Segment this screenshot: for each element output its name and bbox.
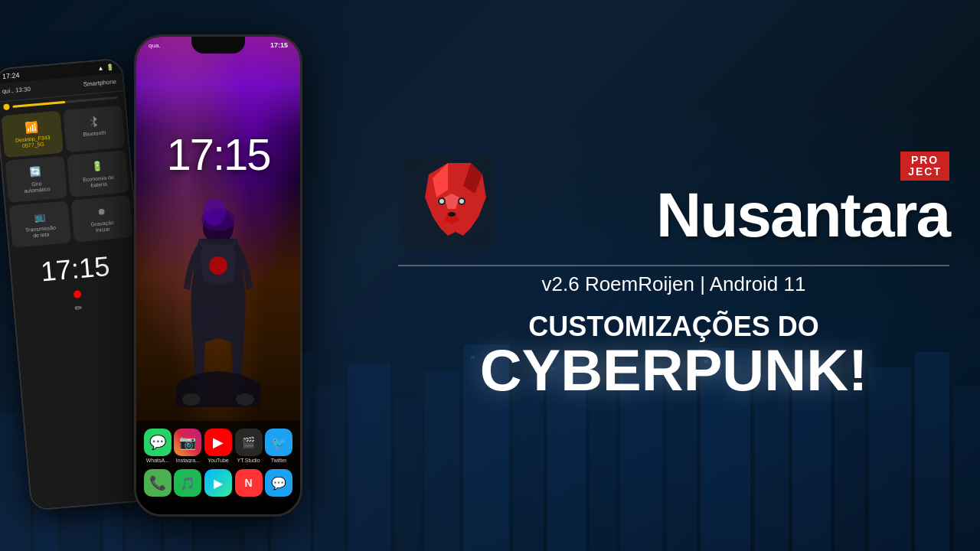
- nusantara-app-icon: N: [235, 469, 263, 497]
- youtube-label: YouTube: [207, 458, 229, 463]
- cyberpunk-label: CYBERPUNK!: [398, 341, 949, 399]
- notif-wifi-icon: ▲: [97, 64, 104, 72]
- yts-glyph: 🎬: [242, 436, 255, 448]
- nusantara-title: Nusantara: [656, 184, 949, 246]
- spotify-icon: 🎵: [174, 469, 201, 497]
- phone-glyph: 📞: [149, 474, 166, 491]
- brand-section: PRO JECT Nusantara v2.6 RoemRoijen | And…: [383, 0, 980, 551]
- project-badge: PRO JECT: [900, 152, 949, 181]
- tile-record[interactable]: ⏺ GravaçãoIniciar: [70, 195, 133, 243]
- twitter-icon: 🐦: [265, 429, 292, 456]
- phone-app-icon: 📞: [144, 469, 172, 497]
- tw-glyph: 🐦: [271, 435, 286, 450]
- version-text: v2.6 RoemRoijen | Android 11: [398, 272, 949, 296]
- notif-time: 17:24: [2, 71, 20, 80]
- character-figure: [168, 189, 268, 411]
- instagram-label: Instagra...: [176, 458, 200, 463]
- tile-rotation[interactable]: 🔄 Giroautomático: [5, 155, 68, 203]
- battery-tile-label: Economia debateria: [83, 174, 115, 190]
- tile-wifi[interactable]: 📶 Desktop_F3430577_5G: [1, 111, 64, 158]
- playstore-icon: ▶: [204, 469, 232, 497]
- svg-point-44: [439, 199, 444, 204]
- svg-point-41: [236, 393, 254, 406]
- svg-point-38: [203, 198, 226, 226]
- youtube-icon: ▶: [204, 429, 232, 456]
- battery-tile-icon: 🔋: [89, 158, 106, 175]
- brand-divider: [398, 265, 949, 266]
- rotation-tile-label: Giroautomático: [23, 180, 51, 195]
- cast-tile-icon: 📺: [31, 209, 48, 226]
- brightness-icon: [3, 103, 10, 110]
- yt-glyph: ▶: [213, 434, 224, 451]
- battery-saver-icon: 🔋: [91, 161, 103, 172]
- app-dock: 💬 WhatsA... 📷 Instagra...: [136, 421, 300, 514]
- notif-date: qui., 13:30: [2, 86, 31, 95]
- phone-notch: [191, 37, 245, 54]
- status-date: qua.: [149, 42, 161, 49]
- cast-tile-label: Transmissãode tela: [25, 225, 57, 240]
- wifi-tile-label: Desktop_F3430577_5G: [15, 135, 51, 151]
- status-time: 17:15: [270, 41, 288, 49]
- svg-point-40: [182, 393, 201, 406]
- app-playstore[interactable]: ▶: [204, 469, 232, 497]
- cyberpunk-text-content: CYBERPUNK!: [480, 337, 868, 403]
- wifi-tile-icon: 📶: [24, 119, 41, 135]
- main-phone: qua. ▲ ▲ 🔋 17:15 17:15: [134, 34, 302, 517]
- ig-glyph: 📷: [179, 434, 196, 451]
- tile-bluetooth[interactable]: Bluetooth: [63, 106, 126, 153]
- bluetooth-tile-label: Bluetooth: [83, 130, 106, 139]
- bluetooth-tile-icon: [85, 113, 102, 130]
- twitter-label: Twitter: [271, 458, 287, 463]
- app-messages[interactable]: 💬: [265, 469, 292, 497]
- quick-tiles-grid: 📶 Desktop_F3430577_5G Bluetooth: [0, 102, 136, 251]
- tile-cast[interactable]: 📺 Transmissãode tela: [9, 201, 72, 248]
- app-ytstudio[interactable]: 🎬 YT.Studio: [235, 429, 263, 463]
- app-instagram[interactable]: 📷 Instagra...: [174, 429, 201, 463]
- apps-row-1: 💬 WhatsA... 📷 Instagra...: [142, 429, 294, 463]
- app-spotify[interactable]: 🎵: [174, 469, 201, 497]
- notif-red-dot: [74, 290, 82, 298]
- whatsapp-icon: 💬: [144, 429, 172, 456]
- phone-screen: qua. ▲ ▲ 🔋 17:15 17:15: [136, 37, 300, 514]
- record-icon: ⏺: [96, 206, 106, 217]
- nusantara-glyph: N: [245, 477, 253, 489]
- app-twitter[interactable]: 🐦 Twitter: [265, 429, 292, 463]
- rotation-icon: 🔄: [29, 166, 41, 178]
- notif-battery-icon: 🔋: [106, 64, 114, 71]
- main-phone-status-bar: qua. ▲ ▲ 🔋 17:15: [136, 37, 300, 52]
- logo-area: PRO JECT Nusantara: [398, 152, 949, 251]
- main-content: 17:24 ▲ 🔋 qui., 13:30 Smartphone: [0, 0, 980, 551]
- play-glyph: ▶: [214, 476, 223, 491]
- instagram-icon: 📷: [174, 429, 201, 456]
- record-tile-label: GravaçãoIniciar: [90, 220, 115, 234]
- record-tile-icon: ⏺: [93, 204, 109, 220]
- notif-subtitle: Smartphone: [83, 78, 116, 88]
- app-nusantara[interactable]: N: [235, 469, 263, 497]
- phones-section: 17:24 ▲ 🔋 qui., 13:30 Smartphone: [0, 0, 383, 551]
- project-badge-line2: JECT: [908, 166, 942, 178]
- messages-icon: 💬: [265, 469, 292, 497]
- app-youtube[interactable]: ▶ YouTube: [204, 429, 232, 463]
- bluetooth-icon: [87, 115, 100, 128]
- tile-battery[interactable]: 🔋 Economia debateria: [67, 150, 129, 197]
- ytstudio-icon: 🎬: [235, 429, 263, 456]
- msg-glyph: 💬: [271, 476, 286, 491]
- cast-icon: 📺: [34, 211, 46, 223]
- project-badge-line1: PRO: [911, 155, 939, 166]
- wifi-icon: 📶: [24, 120, 38, 133]
- ytstudio-label: YT.Studio: [237, 458, 260, 463]
- wolf-logo: [398, 152, 498, 251]
- app-phone[interactable]: 📞: [144, 469, 172, 497]
- app-whatsapp[interactable]: 💬 WhatsA...: [144, 429, 172, 463]
- rotation-tile-icon: 🔄: [28, 164, 44, 181]
- brightness-fill: [12, 100, 65, 107]
- edit-button[interactable]: ✏: [15, 294, 142, 321]
- svg-point-47: [448, 212, 456, 217]
- phone-time-display: 17:15: [136, 129, 300, 180]
- pencil-icon: ✏: [74, 302, 83, 314]
- whatsapp-label: WhatsA...: [146, 458, 169, 463]
- svg-point-39: [209, 256, 227, 275]
- apps-row-2: 📞 🎵 ▶: [142, 469, 294, 497]
- svg-point-46: [459, 199, 464, 204]
- spotify-glyph: 🎵: [180, 476, 195, 491]
